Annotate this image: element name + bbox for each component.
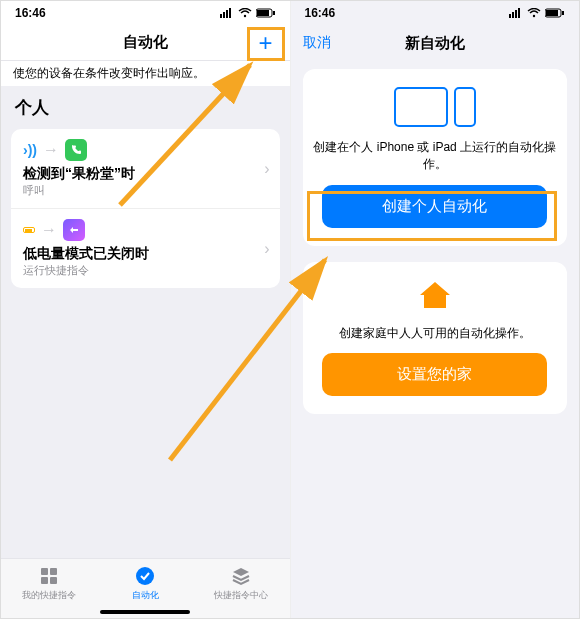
wifi-icon [527,8,541,18]
tab-label: 我的快捷指令 [22,589,76,602]
nav-bar: 自动化 + [1,25,290,61]
svg-rect-1 [223,12,225,18]
nav-title: 自动化 [123,33,168,52]
nav-bar: 取消 新自动化 [291,25,580,61]
status-bar: 16:46 [291,1,580,25]
svg-rect-6 [257,10,269,16]
create-personal-automation-button[interactable]: 创建个人自动化 [322,185,547,228]
home-icon [313,280,558,317]
tab-label: 快捷指令中心 [214,589,268,602]
svg-rect-15 [515,10,517,18]
status-time: 16:46 [305,6,336,20]
svg-point-17 [533,15,535,17]
svg-rect-19 [546,10,558,16]
plus-icon: + [258,29,272,57]
svg-rect-14 [512,12,514,18]
page-hint: 使您的设备在条件改变时作出响应。 [1,61,290,86]
devices-illustration [313,87,558,127]
svg-point-4 [243,15,245,17]
tab-automation[interactable]: 自动化 [105,565,185,602]
battery-icon [256,8,276,18]
battery-icon [545,8,565,18]
automation-subtitle: 呼叫 [23,183,268,198]
status-icons [509,8,565,18]
shortcuts-app-icon [63,219,85,241]
svg-rect-3 [229,8,231,18]
status-bar: 16:46 [1,1,290,25]
home-automation-card: 创建家庭中人人可用的自动化操作。 设置您的家 [303,262,568,415]
clock-check-icon [134,565,156,587]
signal-icon [509,8,523,18]
personal-desc: 创建在个人 iPhone 或 iPad 上运行的自动化操作。 [313,139,558,173]
personal-automation-card: 创建在个人 iPhone 或 iPad 上运行的自动化操作。 创建个人自动化 [303,69,568,246]
automation-item[interactable]: → 低电量模式已关闭时 运行快捷指令 › [11,208,280,288]
svg-rect-10 [41,577,48,584]
svg-rect-9 [50,568,57,575]
low-battery-icon [23,227,35,233]
chevron-right-icon: › [264,240,269,258]
add-automation-button[interactable]: + [250,27,282,59]
status-time: 16:46 [15,6,46,20]
home-indicator [100,610,190,614]
tab-gallery[interactable]: 快捷指令中心 [201,565,281,602]
svg-rect-13 [509,14,511,18]
automation-item[interactable]: ›)) → 检测到“果粉堂”时 呼叫 › [11,129,280,208]
svg-rect-0 [220,14,222,18]
svg-rect-16 [518,8,520,18]
tab-label: 自动化 [132,589,159,602]
arrow-icon: → [43,141,59,159]
svg-point-12 [136,567,154,585]
tab-bar: 我的快捷指令 自动化 快捷指令中心 [1,558,290,618]
arrow-icon: → [41,221,57,239]
grid-icon [38,565,60,587]
status-icons [220,8,276,18]
nav-title: 新自动化 [405,34,465,53]
svg-rect-11 [50,577,57,584]
automation-title: 低电量模式已关闭时 [23,245,268,263]
nfc-icon: ›)) [23,142,37,158]
chevron-right-icon: › [264,160,269,178]
setup-home-button[interactable]: 设置您的家 [322,353,547,396]
svg-rect-7 [273,11,275,15]
new-automation-screen: 16:46 取消 新自动化 创建在个人 iPhone 或 iPad 上运行的自动… [291,1,580,618]
ipad-icon [394,87,448,127]
iphone-icon [454,87,476,127]
automation-list-screen: 16:46 自动化 + 使您的设备在条件改变时作出响应。 个人 ›)) → [1,1,291,618]
svg-rect-20 [562,11,564,15]
automation-title: 检测到“果粉堂”时 [23,165,268,183]
tab-shortcuts[interactable]: 我的快捷指令 [9,565,89,602]
signal-icon [220,8,234,18]
svg-rect-2 [226,10,228,18]
phone-app-icon [65,139,87,161]
home-desc: 创建家庭中人人可用的自动化操作。 [313,325,558,342]
automation-list: ›)) → 检测到“果粉堂”时 呼叫 › → 低电量模式已关闭时 运行快 [11,129,280,288]
svg-rect-8 [41,568,48,575]
cancel-button[interactable]: 取消 [303,34,331,52]
wifi-icon [238,8,252,18]
section-personal-title: 个人 [1,86,290,123]
automation-subtitle: 运行快捷指令 [23,263,268,278]
stack-icon [230,565,252,587]
